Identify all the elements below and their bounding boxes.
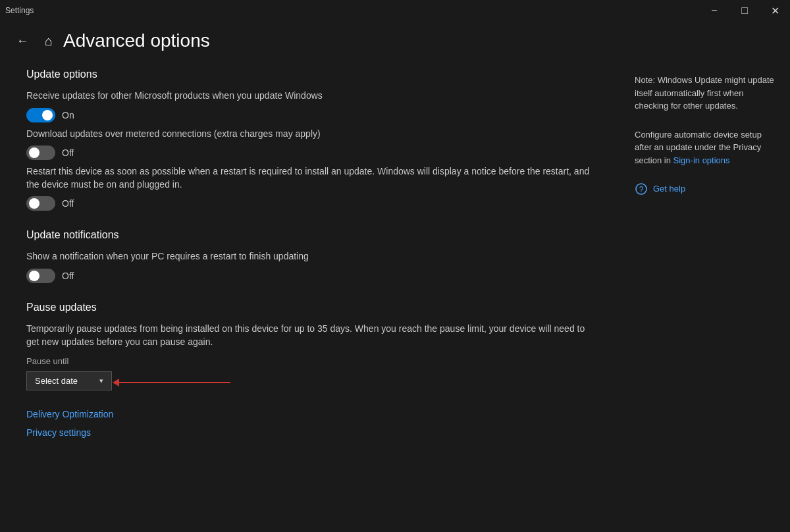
sidebar-note-1: Note: Windows Update might update itself… — [635, 74, 774, 113]
update-notifications-title: Update notifications — [26, 229, 592, 241]
arrow-annotation — [112, 382, 230, 383]
svg-text:?: ? — [639, 185, 644, 194]
download-metered-label: Off — [62, 147, 74, 158]
restart-toggle-row: Off — [26, 196, 592, 211]
download-metered-toggle[interactable] — [26, 146, 55, 160]
main-layout: Update options Receive updates for other… — [0, 61, 790, 532]
pause-date-select[interactable]: Select date ▾ — [26, 371, 112, 390]
notification-label: Off — [62, 271, 74, 281]
titlebar: Settings − □ ✕ — [0, 0, 790, 21]
minimize-button[interactable]: − — [699, 0, 729, 21]
update-notifications-section: Update notifications Show a notification… — [26, 229, 592, 283]
pause-updates-desc: Temporarily pause updates from being ins… — [26, 323, 592, 348]
red-arrow-line — [118, 382, 230, 383]
chevron-down-icon: ▾ — [99, 377, 103, 385]
sidebar-area: Note: Windows Update might update itself… — [619, 61, 790, 532]
receive-updates-label: On — [62, 110, 74, 120]
receive-updates-toggle[interactable] — [26, 108, 55, 122]
delivery-optimization-link[interactable]: Delivery Optimization — [26, 409, 113, 419]
notification-toggle-row: Off — [26, 269, 592, 283]
get-help-label: Get help — [653, 182, 685, 196]
notification-toggle[interactable] — [26, 269, 55, 283]
bottom-links: Delivery Optimization Privacy settings — [26, 409, 592, 438]
titlebar-controls: − □ ✕ — [699, 0, 790, 21]
home-icon: ⌂ — [45, 34, 53, 49]
close-button[interactable]: ✕ — [760, 0, 790, 21]
back-button[interactable]: ← — [11, 29, 34, 53]
download-metered-toggle-row: Off — [26, 146, 592, 160]
update-options-title: Update options — [26, 68, 592, 80]
pause-updates-section: Pause updates Temporarily pause updates … — [26, 302, 592, 390]
receive-updates-desc: Receive updates for other Microsoft prod… — [26, 90, 592, 103]
pause-until-label: Pause until — [26, 356, 592, 366]
restart-label: Off — [62, 198, 74, 209]
pause-date-placeholder: Select date — [35, 376, 78, 386]
help-icon: ? — [635, 182, 648, 196]
restart-toggle[interactable] — [26, 196, 55, 211]
update-options-section: Update options Receive updates for other… — [26, 68, 592, 211]
receive-updates-toggle-row: On — [26, 108, 592, 122]
sign-in-options-link[interactable]: Sign-in options — [673, 155, 730, 165]
titlebar-title: Settings — [5, 6, 34, 15]
arrow-head-icon — [113, 379, 119, 386]
download-metered-desc: Download updates over metered connection… — [26, 128, 592, 141]
page-title: Advanced options — [63, 30, 210, 51]
pause-updates-title: Pause updates — [26, 302, 592, 313]
titlebar-left: Settings — [5, 6, 34, 15]
page-header: ← ⌂ Advanced options — [0, 21, 790, 61]
privacy-settings-link[interactable]: Privacy settings — [26, 427, 91, 438]
get-help-row[interactable]: ? Get help — [635, 182, 774, 196]
sidebar-note-2: Configure automatic device setup after a… — [635, 128, 774, 167]
maximize-button[interactable]: □ — [729, 0, 760, 21]
content-area: Update options Receive updates for other… — [0, 61, 619, 532]
notification-desc: Show a notification when your PC require… — [26, 250, 592, 263]
restart-desc: Restart this device as soon as possible … — [26, 165, 592, 191]
